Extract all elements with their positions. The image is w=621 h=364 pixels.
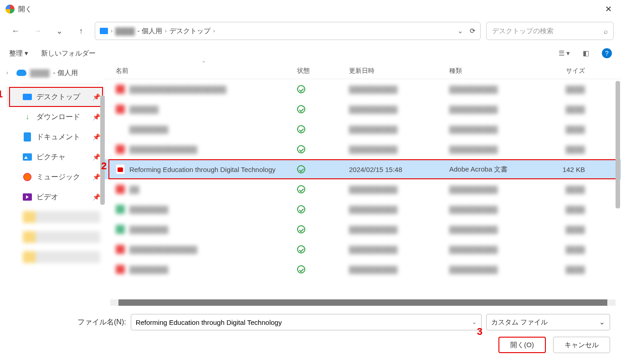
annotation-marker-3: 3	[477, 326, 482, 338]
file-date: ██████████	[349, 226, 449, 233]
sidebar-item-documents[interactable]: ドキュメント 📌	[6, 127, 105, 147]
navbar: ← → ⌄ ↑ › ████ - 個人用 › デスクトップ › ⌄ ⟳ デスクト…	[0, 18, 621, 44]
file-type: ██████████	[449, 146, 538, 153]
new-folder-button[interactable]: 新しいフォルダー	[41, 49, 96, 58]
column-size[interactable]: サイズ	[538, 67, 591, 75]
address-segment-personal[interactable]: - 個人用	[138, 27, 162, 35]
filename-dropdown-icon[interactable]: ⌄	[472, 319, 477, 325]
filename-value: Reforming Education through Digital Tech…	[136, 318, 282, 326]
chevron-icon: ›	[111, 28, 113, 34]
sidebar-item-hidden[interactable]	[6, 247, 105, 267]
scrollbar-thumb[interactable]	[118, 299, 607, 306]
annotation-marker-2: 2	[101, 160, 107, 172]
help-icon[interactable]: ?	[602, 48, 612, 58]
filetype-value: カスタム ファイル	[491, 318, 548, 327]
open-button[interactable]: 開く(O)	[498, 337, 546, 353]
organize-menu[interactable]: 整理 ▾	[9, 49, 28, 58]
search-input[interactable]: デスクトップの検索 ⌕	[486, 22, 614, 40]
dialog-footer: ファイル名(N): Reforming Education through Di…	[0, 306, 621, 353]
column-name[interactable]: 名前	[116, 67, 297, 75]
download-icon: ↓	[23, 112, 32, 121]
search-placeholder: デスクトップの検索	[492, 27, 554, 35]
file-row[interactable]: ████████████████████████████████	[105, 259, 621, 279]
file-row[interactable]: ██████████████████████████	[105, 179, 621, 199]
file-type: ██████████	[449, 86, 538, 93]
sidebar-item-hidden[interactable]	[6, 207, 105, 227]
sidebar-item-label: ミュージック	[36, 172, 80, 182]
app-icon	[5, 5, 15, 14]
file-name: ██████████████	[129, 246, 197, 253]
quick-access-list: デスクトップ 📌 ↓ ダウンロード 📌 ドキュメント 📌 ピクチャ 📌 ミュージ…	[6, 87, 105, 267]
pictures-icon	[23, 153, 32, 161]
file-name: ████████	[129, 126, 168, 133]
sync-ok-icon	[297, 225, 305, 233]
file-row[interactable]: ██████████████████████████████████████	[105, 239, 621, 259]
sidebar-item-label: デスクトップ	[36, 92, 80, 102]
file-date: ██████████	[349, 266, 449, 273]
back-button[interactable]: ←	[7, 23, 24, 39]
cancel-button[interactable]: キャンセル	[553, 337, 610, 353]
file-row[interactable]: ████████████████████████████████	[105, 119, 621, 139]
close-icon[interactable]: ✕	[601, 2, 616, 16]
filetype-dropdown-icon[interactable]: ⌄	[599, 318, 605, 326]
sync-ok-icon	[297, 245, 305, 253]
address-bar[interactable]: › ████ - 個人用 › デスクトップ › ⌄ ⟳	[95, 22, 481, 40]
expand-icon[interactable]: ›	[6, 70, 13, 76]
file-name: ██████	[129, 106, 159, 113]
pin-icon: 📌	[92, 113, 100, 121]
sidebar-item-music[interactable]: ミュージック 📌	[6, 167, 105, 187]
sync-ok-icon	[297, 105, 305, 113]
file-row[interactable]: ████████████████████████████████	[105, 219, 621, 239]
sidebar-item-label: ドキュメント	[36, 132, 80, 142]
file-icon	[116, 85, 125, 94]
column-state[interactable]: 状態	[297, 67, 349, 75]
music-icon	[23, 173, 31, 181]
file-row-selected[interactable]: Reforming Education through Digital Tech…	[105, 159, 621, 179]
sidebar-item-videos[interactable]: ビデオ 📌	[6, 187, 105, 207]
file-size: ████	[538, 126, 591, 133]
filetype-select[interactable]: カスタム ファイル ⌄	[486, 314, 610, 330]
titlebar: 開く ✕	[0, 0, 621, 18]
sync-ok-icon	[297, 125, 305, 133]
chevron-icon: ›	[165, 28, 167, 34]
column-type[interactable]: 種類	[449, 67, 538, 75]
document-icon	[24, 132, 31, 142]
address-segment-desktop[interactable]: デスクトップ	[169, 27, 210, 35]
file-size: ████	[538, 106, 591, 113]
sidebar-item-pictures[interactable]: ピクチャ 📌	[6, 147, 105, 167]
horizontal-scrollbar[interactable]	[110, 299, 616, 306]
column-date[interactable]: 更新日時	[349, 67, 449, 75]
file-row[interactable]: ██████████████████████████████████████	[105, 139, 621, 159]
sidebar-item-hidden[interactable]	[6, 227, 105, 247]
file-icon	[116, 145, 125, 154]
view-mode-icon[interactable]: ☰ ▾	[559, 49, 570, 57]
tree-root-hidden: ████	[30, 69, 50, 77]
file-icon	[116, 265, 125, 274]
file-size: ████	[538, 206, 591, 213]
file-icon	[116, 185, 125, 194]
tree-root-onedrive[interactable]: › ████ - 個人用	[6, 65, 105, 81]
file-row[interactable]: ████████████████████████████████	[105, 199, 621, 219]
refresh-icon[interactable]: ⟳	[470, 27, 476, 35]
up-button[interactable]: ↑	[73, 23, 89, 39]
address-segment-hidden[interactable]: ████	[115, 27, 135, 35]
file-rows: ████████████████████████████████████████…	[105, 79, 621, 297]
sidebar-item-desktop[interactable]: デスクトップ 📌	[6, 87, 105, 107]
preview-pane-icon[interactable]: ◧	[583, 49, 589, 57]
file-date: ██████████	[349, 86, 449, 93]
file-size: ████	[538, 86, 591, 93]
forward-button[interactable]: →	[29, 23, 46, 39]
file-name: ██████████████	[129, 146, 197, 153]
vertical-scrollbar[interactable]	[616, 81, 620, 208]
filename-input[interactable]: Reforming Education through Digital Tech…	[131, 314, 482, 330]
file-row[interactable]: ██████████████████████████████	[105, 99, 621, 119]
address-dropdown-icon[interactable]: ⌄	[457, 27, 463, 35]
recent-dropdown-icon[interactable]: ⌄	[51, 23, 67, 39]
sidebar-item-downloads[interactable]: ↓ ダウンロード 📌	[6, 107, 105, 127]
tree-scrollbar[interactable]	[100, 96, 105, 205]
tree-root-suffix: - 個人用	[53, 69, 78, 77]
file-row[interactable]: ████████████████████████████████████████…	[105, 79, 621, 99]
dialog-body: › ████ - 個人用 1 デスクトップ 📌 ↓ ダウンロード 📌 ドキュメン…	[0, 63, 621, 306]
nav-tree: › ████ - 個人用 1 デスクトップ 📌 ↓ ダウンロード 📌 ドキュメン…	[0, 63, 105, 306]
file-size: ████	[538, 146, 591, 153]
